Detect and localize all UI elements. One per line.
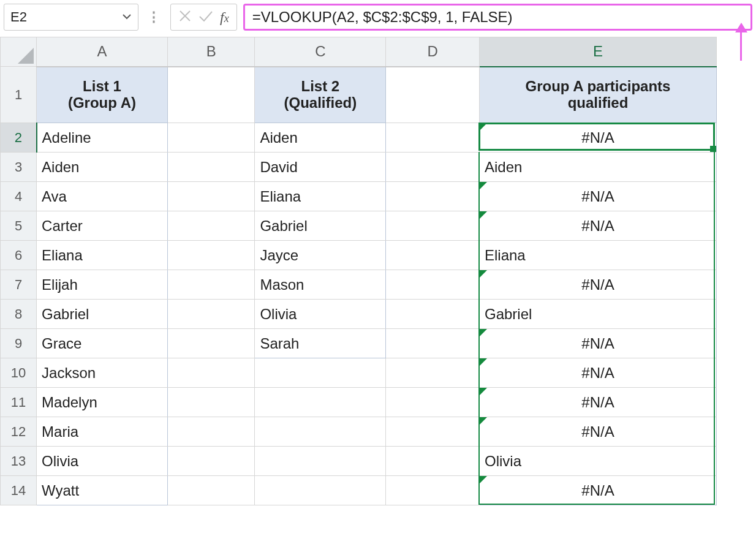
cell-B1[interactable] [167, 67, 255, 123]
cell-E2[interactable]: #N/A [479, 123, 716, 153]
name-box-value: E2 [10, 9, 122, 25]
cell-A14[interactable]: Wyatt [37, 476, 168, 505]
header-cell-E1[interactable]: Group A participantsqualified [479, 67, 716, 123]
cell-D7[interactable] [386, 270, 480, 300]
cell-E9[interactable]: #N/A [479, 329, 716, 358]
cell-A4[interactable]: Ava [37, 182, 168, 211]
row-header-8[interactable]: 8 [1, 300, 37, 329]
cell-D9[interactable] [386, 329, 480, 358]
cell-C2[interactable]: Aiden [255, 123, 386, 153]
row-header-12[interactable]: 12 [1, 417, 37, 447]
cell-E14[interactable]: #N/A [479, 476, 716, 505]
cell-E5[interactable]: #N/A [479, 211, 716, 241]
cell-C5[interactable]: Gabriel [255, 211, 386, 241]
cell-D1[interactable] [386, 67, 480, 123]
cell-A2[interactable]: Adeline [37, 123, 168, 153]
cell-C13[interactable] [255, 447, 386, 476]
row-header-9[interactable]: 9 [1, 329, 37, 358]
formula-button-group: fx [170, 4, 237, 31]
cell-D2[interactable] [386, 123, 480, 153]
cell-B14[interactable] [167, 476, 255, 505]
select-all-corner[interactable] [1, 37, 37, 67]
cancel-formula-icon[interactable] [178, 9, 192, 25]
cell-D4[interactable] [386, 182, 480, 211]
enter-formula-icon[interactable] [198, 9, 214, 25]
cell-B11[interactable] [167, 388, 255, 417]
cell-B5[interactable] [167, 211, 255, 241]
spreadsheet-grid[interactable]: ABCDE1List 1(Group A)List 2(Qualified)Gr… [0, 37, 756, 505]
cell-B9[interactable] [167, 329, 255, 358]
cell-A8[interactable]: Gabriel [37, 300, 168, 329]
cell-A9[interactable]: Grace [37, 329, 168, 358]
cell-A11[interactable]: Madelyn [37, 388, 168, 417]
row-header-10[interactable]: 10 [1, 358, 37, 388]
cell-C7[interactable]: Mason [255, 270, 386, 300]
row-header-2[interactable]: 2 [1, 123, 37, 153]
header-cell-A1[interactable]: List 1(Group A) [37, 67, 168, 123]
cell-C3[interactable]: David [255, 153, 386, 182]
cell-D11[interactable] [386, 388, 480, 417]
cell-B2[interactable] [167, 123, 255, 153]
cell-C10[interactable] [255, 358, 386, 388]
column-header-B[interactable]: B [167, 37, 255, 67]
cell-C8[interactable]: Olivia [255, 300, 386, 329]
cell-A13[interactable]: Olivia [37, 447, 168, 476]
column-header-C[interactable]: C [255, 37, 386, 67]
cell-D13[interactable] [386, 447, 480, 476]
cell-D5[interactable] [386, 211, 480, 241]
cell-B6[interactable] [167, 241, 255, 270]
cell-C4[interactable]: Eliana [255, 182, 386, 211]
column-header-E[interactable]: E [479, 37, 716, 67]
cell-D12[interactable] [386, 417, 480, 447]
formula-bar[interactable]: =VLOOKUP(A2, $C$2:$C$9, 1, FALSE) [243, 4, 752, 31]
cell-E12[interactable]: #N/A [479, 417, 716, 447]
cell-E10[interactable]: #N/A [479, 358, 716, 388]
cell-E11[interactable]: #N/A [479, 388, 716, 417]
cell-B13[interactable] [167, 447, 255, 476]
cell-E4[interactable]: #N/A [479, 182, 716, 211]
resize-handle-icon[interactable]: ⋮ [145, 9, 164, 25]
cell-B7[interactable] [167, 270, 255, 300]
row-header-14[interactable]: 14 [1, 476, 37, 505]
cell-E8[interactable]: Gabriel [479, 300, 716, 329]
cell-B10[interactable] [167, 358, 255, 388]
column-header-D[interactable]: D [386, 37, 480, 67]
cell-A5[interactable]: Carter [37, 211, 168, 241]
cell-A6[interactable]: Eliana [37, 241, 168, 270]
cell-B3[interactable] [167, 153, 255, 182]
cell-C6[interactable]: Jayce [255, 241, 386, 270]
cell-E6[interactable]: Eliana [479, 241, 716, 270]
cell-D6[interactable] [386, 241, 480, 270]
row-header-3[interactable]: 3 [1, 153, 37, 182]
cell-C12[interactable] [255, 417, 386, 447]
cell-A3[interactable]: Aiden [37, 153, 168, 182]
row-header-4[interactable]: 4 [1, 182, 37, 211]
cell-E13[interactable]: Olivia [479, 447, 716, 476]
cell-E7[interactable]: #N/A [479, 270, 716, 300]
cell-D3[interactable] [386, 153, 480, 182]
name-box[interactable]: E2 [4, 4, 138, 31]
cell-C11[interactable] [255, 388, 386, 417]
row-header-11[interactable]: 11 [1, 388, 37, 417]
cell-D8[interactable] [386, 300, 480, 329]
cell-E3[interactable]: Aiden [479, 153, 716, 182]
cell-D10[interactable] [386, 358, 480, 388]
row-header-13[interactable]: 13 [1, 447, 37, 476]
cell-A12[interactable]: Maria [37, 417, 168, 447]
cell-D14[interactable] [386, 476, 480, 505]
row-header-6[interactable]: 6 [1, 241, 37, 270]
fx-icon[interactable]: fx [220, 9, 229, 26]
cell-A10[interactable]: Jackson [37, 358, 168, 388]
cell-C9[interactable]: Sarah [255, 329, 386, 358]
row-header-1[interactable]: 1 [1, 67, 37, 123]
row-header-5[interactable]: 5 [1, 211, 37, 241]
cell-B8[interactable] [167, 300, 255, 329]
row-header-7[interactable]: 7 [1, 270, 37, 300]
cell-B4[interactable] [167, 182, 255, 211]
column-header-A[interactable]: A [37, 37, 168, 67]
header-cell-C1[interactable]: List 2(Qualified) [255, 67, 386, 123]
cell-C14[interactable] [255, 476, 386, 505]
cell-A7[interactable]: Elijah [37, 270, 168, 300]
chevron-down-icon[interactable] [122, 9, 132, 25]
cell-B12[interactable] [167, 417, 255, 447]
